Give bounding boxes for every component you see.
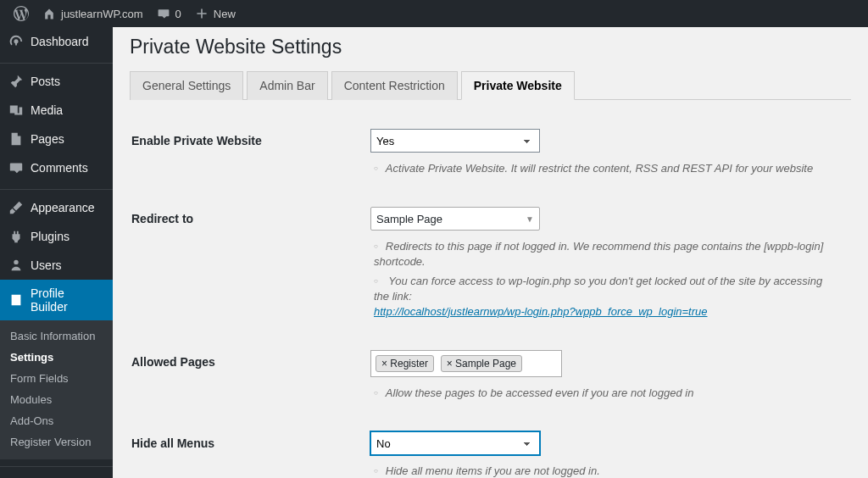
chip-register[interactable]: × Register xyxy=(376,355,434,372)
tab-private-website[interactable]: Private Website xyxy=(461,71,575,100)
settings-form: Enable Private Website Yes Activate Priv… xyxy=(130,117,842,478)
menu-separator xyxy=(0,59,113,64)
home-icon xyxy=(42,7,56,20)
redirect-desc-2: You can force access to wp-login.php so … xyxy=(374,274,840,320)
menu-posts[interactable]: Posts xyxy=(0,67,113,96)
menu-label: Profile Builder xyxy=(31,286,104,314)
enable-desc: Activate Private Website. It will restri… xyxy=(374,161,840,176)
redirect-value: Sample Page xyxy=(376,213,442,225)
pin-icon xyxy=(8,74,24,89)
menu-plugins[interactable]: Plugins xyxy=(0,222,113,251)
sub-modules[interactable]: Modules xyxy=(0,389,113,410)
menu-separator xyxy=(0,463,113,467)
users-icon xyxy=(8,258,24,273)
chip-sample-page[interactable]: × Sample Page xyxy=(441,355,522,372)
comment-icon xyxy=(8,160,24,175)
menu-label: Plugins xyxy=(31,230,70,243)
menu-label: Appearance xyxy=(31,201,95,214)
plus-icon xyxy=(195,7,209,20)
sub-addons[interactable]: Add-Ons xyxy=(0,410,113,431)
redirect-to-select[interactable]: Sample Page ▼ xyxy=(370,207,540,231)
admin-bar: justlearnWP.com 0 New xyxy=(0,0,868,27)
menu-label: Pages xyxy=(31,132,64,146)
brush-icon xyxy=(8,200,24,215)
hide-all-menus-select[interactable]: No xyxy=(370,431,540,455)
sub-form-fields[interactable]: Form Fields xyxy=(0,368,113,389)
field-label-redirect: Redirect to xyxy=(131,197,369,338)
menu-label: Posts xyxy=(31,75,60,88)
plug-icon xyxy=(8,229,24,244)
comments-bubble[interactable]: 0 xyxy=(150,7,188,20)
menu-label: Comments xyxy=(31,161,88,175)
menu-pages[interactable]: Pages xyxy=(0,125,113,153)
redirect-desc-1: Redirects to this page if not logged in.… xyxy=(374,239,840,270)
wp-logo[interactable] xyxy=(7,6,36,21)
menu-dashboard[interactable]: Dashboard xyxy=(0,27,113,56)
admin-sidebar: Dashboard Posts Media Pages Comments App… xyxy=(0,27,113,478)
comments-count: 0 xyxy=(175,8,181,20)
page-title: Private Website Settings xyxy=(130,36,851,58)
sub-basic-info[interactable]: Basic Information xyxy=(0,325,113,347)
page-icon xyxy=(8,131,24,147)
sub-settings[interactable]: Settings xyxy=(0,347,113,368)
menu-comments[interactable]: Comments xyxy=(0,153,113,182)
media-icon xyxy=(8,103,24,118)
new-content-label: New xyxy=(214,8,236,20)
site-name[interactable]: justlearnWP.com xyxy=(36,7,150,20)
menu-media[interactable]: Media xyxy=(0,96,113,125)
dashboard-icon xyxy=(8,34,24,49)
enable-private-website-select[interactable]: Yes xyxy=(370,129,540,153)
tab-general-settings[interactable]: General Settings xyxy=(130,71,243,100)
profile-icon xyxy=(8,292,24,308)
site-name-label: justlearnWP.com xyxy=(61,8,143,20)
menu-label: Media xyxy=(31,103,63,117)
tab-admin-bar[interactable]: Admin Bar xyxy=(247,71,327,100)
hidemenus-desc-1: Hide all menu items if you are not logge… xyxy=(374,464,840,478)
main-content: Private Website Settings General Setting… xyxy=(113,27,868,478)
allowed-desc: Allow these pages to be accessed even if… xyxy=(374,386,840,401)
menu-label: Dashboard xyxy=(31,35,89,48)
new-content[interactable]: New xyxy=(188,7,242,20)
menu-tools[interactable]: Tools xyxy=(0,470,113,478)
comment-icon xyxy=(157,7,170,20)
menu-separator xyxy=(0,186,113,190)
force-login-link[interactable]: http://localhost/justlearnwp/wp-login.ph… xyxy=(374,305,708,318)
field-label-allowed: Allowed Pages xyxy=(131,340,369,420)
allowed-pages-select[interactable]: × Register × Sample Page xyxy=(370,350,562,377)
menu-appearance[interactable]: Appearance xyxy=(0,193,113,222)
wordpress-icon xyxy=(14,6,29,21)
menu-profile-builder[interactable]: Profile Builder xyxy=(0,280,113,320)
sub-register-version[interactable]: Register Version xyxy=(0,431,113,453)
field-label-enable: Enable Private Website xyxy=(131,119,369,195)
tab-content-restriction[interactable]: Content Restriction xyxy=(331,71,458,100)
chevron-down-icon: ▼ xyxy=(526,214,534,224)
menu-label: Users xyxy=(31,258,62,272)
menu-users[interactable]: Users xyxy=(0,251,113,280)
field-label-hidemenus: Hide all Menus xyxy=(131,421,369,478)
nav-tabs: General Settings Admin Bar Content Restr… xyxy=(130,70,851,100)
submenu-profile-builder: Basic Information Settings Form Fields M… xyxy=(0,320,113,459)
